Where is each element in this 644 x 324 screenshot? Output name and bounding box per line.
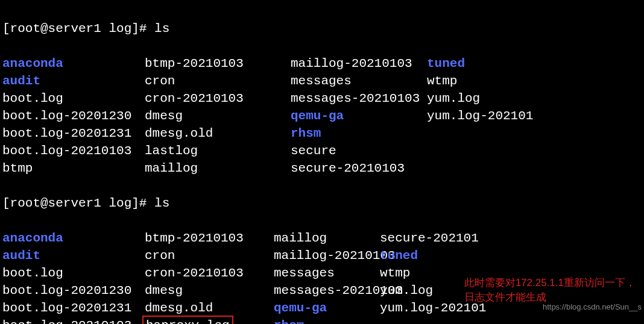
file-row: btmpmaillogsecure-20210103	[2, 160, 642, 177]
file-cell: lastlog	[145, 142, 291, 160]
file-entry: dmesg.old	[145, 301, 213, 315]
file-entry: cron-20210103	[145, 92, 244, 105]
command-text: ls	[154, 196, 169, 210]
directory-entry: anaconda	[2, 231, 63, 245]
file-entry: messages	[291, 74, 352, 88]
file-entry: maillog	[274, 231, 327, 245]
directory-entry: rhsm	[291, 126, 321, 140]
file-cell: maillog-20210103	[291, 55, 427, 72]
directory-entry: rhsm	[274, 319, 304, 324]
file-cell: dmesg	[145, 107, 291, 125]
file-entry: maillog-20210103	[291, 57, 412, 70]
file-entry: wtmp	[427, 74, 457, 88]
file-cell: messages-20210103	[291, 90, 427, 107]
file-cell: yum.log	[427, 90, 480, 107]
file-row: boot.logcron-20210103messages-20210103yu…	[2, 90, 642, 107]
prompt-text: [root@server1 log]#	[2, 196, 154, 210]
file-entry: boot.log	[2, 266, 63, 280]
file-cell: yum.log	[380, 282, 433, 299]
file-entry: dmesg	[145, 284, 183, 298]
directory-entry: qemu-ga	[274, 301, 327, 315]
directory-entry: qemu-ga	[291, 109, 344, 123]
file-cell: btmp	[2, 160, 145, 177]
watermark-text: https://blog.csdn.net/Sun__s	[543, 298, 642, 316]
file-entry: secure-202101	[380, 231, 479, 245]
file-cell: anaconda	[2, 229, 145, 247]
file-entry: messages-20210103	[291, 92, 420, 105]
file-entry: boot.log-20210103	[2, 319, 131, 324]
file-cell: qemu-ga	[291, 107, 427, 125]
directory-entry: tuned	[380, 249, 418, 263]
prompt-line-1: [root@server1 log]# ls	[2, 20, 642, 37]
file-entry: maillog-20210103	[274, 249, 396, 263]
file-cell: dmesg.old	[145, 299, 274, 317]
file-row: boot.log-20201231dmesg.oldrhsm	[2, 125, 642, 142]
file-cell: maillog-20210103	[274, 247, 380, 264]
file-row: boot.log-20201230dmesgqemu-gayum.log-202…	[2, 107, 642, 125]
file-entry: boot.log-20201231	[2, 126, 131, 140]
file-cell: dmesg.old	[145, 125, 291, 142]
file-entry: maillog	[145, 161, 198, 175]
file-cell: secure-202101	[380, 229, 479, 247]
directory-entry: audit	[2, 249, 40, 263]
file-cell: cron-20210103	[145, 90, 291, 107]
file-entry: wtmp	[380, 266, 410, 280]
file-entry: btmp	[2, 161, 33, 175]
directory-entry: audit	[2, 74, 40, 88]
file-cell: maillog	[145, 160, 291, 177]
file-entry: messages	[274, 266, 335, 280]
file-cell: maillog	[274, 229, 380, 247]
directory-entry: tuned	[427, 57, 465, 70]
file-cell: anaconda	[2, 55, 145, 72]
file-entry: yum.log-202101	[427, 109, 533, 123]
file-row: auditcronmaillog-20210103tuned	[2, 247, 642, 264]
prompt-text: [root@server1 log]#	[2, 22, 154, 36]
file-entry: lastlog	[145, 144, 198, 158]
file-entry: cron	[145, 74, 175, 88]
file-row: anacondabtmp-20210103maillog-20210103tun…	[2, 55, 642, 72]
highlighted-file: haproxy.log	[142, 316, 233, 324]
file-cell: dmesg	[145, 282, 274, 299]
file-row: boot.log-20210103lastlogsecure	[2, 142, 642, 160]
file-cell: secure-20210103	[291, 160, 427, 177]
file-cell: messages	[274, 264, 380, 282]
file-entry: boot.log-20201230	[2, 109, 131, 123]
file-cell: boot.log-20210103	[2, 142, 145, 160]
file-cell: tuned	[380, 247, 418, 264]
file-entry: btmp-20210103	[145, 231, 244, 245]
file-entry: boot.log-20201231	[2, 301, 131, 315]
file-entry: boot.log-20210103	[2, 144, 131, 158]
file-cell: wtmp	[380, 264, 410, 282]
file-cell: rhsm	[291, 125, 427, 142]
file-cell: wtmp	[427, 72, 457, 90]
file-cell: boot.log	[2, 264, 145, 282]
file-entry: secure	[291, 144, 336, 158]
file-entry: btmp-20210103	[145, 57, 244, 70]
file-cell: qemu-ga	[274, 299, 380, 317]
file-cell: cron	[145, 247, 274, 264]
ls-output-1: anacondabtmp-20210103maillog-20210103tun…	[2, 55, 642, 177]
file-entry: cron	[145, 249, 175, 263]
file-cell: tuned	[427, 55, 465, 72]
file-cell: btmp-20210103	[145, 229, 274, 247]
file-cell: rhsm	[274, 317, 380, 324]
file-cell: audit	[2, 72, 145, 90]
file-entry: yum.log	[380, 284, 433, 298]
file-entry: yum.log	[427, 92, 480, 105]
directory-entry: anaconda	[2, 57, 63, 70]
file-cell: haproxy.log	[145, 317, 274, 324]
file-cell: messages-20210103	[274, 282, 380, 299]
file-row: boot.log-20210103haproxy.logrhsm	[2, 317, 642, 324]
file-entry: dmesg	[145, 109, 183, 123]
file-cell: yum.log-202101	[427, 107, 533, 125]
file-cell: cron-20210103	[145, 264, 274, 282]
prompt-line-2: [root@server1 log]# ls	[2, 195, 642, 212]
file-entry: boot.log-20201230	[2, 284, 131, 298]
file-cell: boot.log-20201231	[2, 125, 145, 142]
file-row: auditcronmessageswtmp	[2, 72, 642, 90]
file-cell: secure	[291, 142, 427, 160]
file-entry: secure-20210103	[291, 161, 405, 175]
file-cell: boot.log-20210103	[2, 317, 145, 324]
file-cell: boot.log	[2, 90, 145, 107]
file-cell: boot.log-20201230	[2, 107, 145, 125]
